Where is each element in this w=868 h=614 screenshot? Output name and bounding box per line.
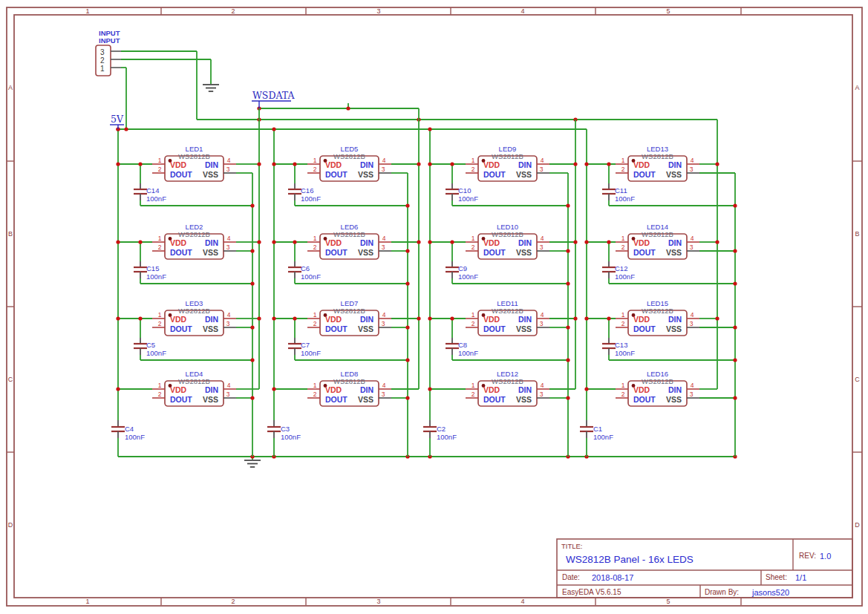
component-led16[interactable]: LED16WS2812B1243VDDDOUTDINVSS: [621, 370, 694, 406]
pin-name-din: DIN: [205, 238, 218, 247]
component-led1[interactable]: LED1WS2812B1243VDDDOUTDINVSS: [158, 145, 231, 181]
pin-number: 2: [313, 320, 317, 327]
pin-name-vss: VSS: [666, 170, 682, 179]
capacitor[interactable]: C11100nF: [602, 183, 635, 203]
pin-number: 4: [541, 157, 544, 164]
capacitor[interactable]: C12100nF: [602, 261, 635, 281]
input-connector[interactable]: INPUT INPUT 3 2 1: [96, 29, 121, 76]
component-led3[interactable]: LED3WS2812B1243VDDDOUTDINVSS: [158, 299, 231, 336]
junction-dot: [116, 240, 120, 244]
component-led12[interactable]: LED12WS2812B1243VDDDOUTDINVSS: [471, 370, 544, 406]
schematic-title: WS2812B Panel - 16x LEDS: [566, 554, 694, 565]
pin-number: 3: [226, 391, 230, 398]
pin-number: 2: [158, 391, 162, 398]
drawn-by-value: jasons520: [751, 588, 789, 597]
junction-dot: [584, 240, 588, 244]
schematic-canvas[interactable]: 1122334455AABBCCDD C4100nFC14100nFLED1WS…: [0, 0, 868, 614]
net-label-5v[interactable]: 5V: [110, 114, 124, 129]
pin-name-vss: VSS: [516, 248, 532, 257]
pin-number: 2: [158, 320, 162, 327]
pin-name-din: DIN: [360, 315, 373, 324]
pin-number: 1: [471, 235, 475, 242]
capacitor[interactable]: C1100nF: [580, 420, 613, 441]
capacitor-value: 100nF: [146, 195, 166, 203]
junction-dot: [573, 316, 577, 320]
capacitor-ref: C13: [615, 341, 627, 349]
component-led7[interactable]: LED7WS2812B1243VDDDOUTDINVSS: [313, 299, 386, 336]
pin-name-vdd: VDD: [325, 238, 342, 247]
ground-symbol[interactable]: [244, 460, 261, 467]
date-value: 2018-08-17: [592, 573, 633, 582]
connector-pin-2: 2: [100, 56, 105, 65]
capacitor[interactable]: C7100nF: [288, 338, 321, 357]
pin-number: 2: [471, 391, 475, 398]
pin-name-din: DIN: [668, 385, 682, 394]
junction-dot: [607, 240, 610, 244]
pin-name-vss: VSS: [358, 248, 373, 257]
pin-name-vdd: VDD: [170, 238, 187, 247]
pin-number: 1: [158, 311, 162, 319]
capacitor[interactable]: C2100nF: [423, 420, 457, 441]
component-part: WS2812B: [333, 377, 365, 385]
junction-dot: [733, 396, 737, 399]
junction-dot: [733, 203, 737, 207]
pin-name-din: DIN: [360, 160, 373, 169]
pin-number: 2: [471, 320, 475, 327]
component-part: WS2812B: [178, 307, 210, 315]
tool-version: EasyEDA V5.6.15: [562, 588, 621, 596]
component-led5[interactable]: LED5WS2812B1243VDDDOUTDINVSS: [313, 145, 386, 181]
capacitor[interactable]: C4100nF: [111, 420, 145, 441]
capacitor-ref: C7: [301, 341, 310, 349]
capacitor-ref: C10: [458, 186, 471, 195]
capacitor[interactable]: C16100nF: [288, 183, 321, 203]
ground-symbol[interactable]: [203, 85, 219, 91]
pin-name-din: DIN: [360, 385, 373, 394]
pin-name-vss: VSS: [516, 170, 532, 179]
component-led13[interactable]: LED13WS2812B1243VDDDOUTDINVSS: [621, 145, 694, 181]
component-led15[interactable]: LED15WS2812B1243VDDDOUTDINVSS: [621, 299, 694, 336]
pin-name-din: DIN: [360, 238, 373, 247]
capacitor[interactable]: C6100nF: [288, 261, 321, 281]
junction-dot: [428, 162, 431, 166]
component-led9[interactable]: LED9WS2812B1243VDDDOUTDINVSS: [471, 145, 544, 181]
capacitor[interactable]: C9100nF: [446, 261, 478, 281]
component-led14[interactable]: LED14WS2812B1243VDDDOUTDINVSS: [621, 223, 694, 259]
junction-dot: [566, 281, 570, 285]
pin-number: 1: [158, 382, 162, 389]
junction-dot: [428, 127, 431, 131]
component-part: WS2812B: [178, 230, 210, 238]
pin-name-din: DIN: [205, 160, 218, 169]
ruler-label-bottom: 1: [85, 598, 89, 605]
pin-number: 3: [540, 391, 544, 398]
component-led4[interactable]: LED4WS2812B1243VDDDOUTDINVSS: [158, 370, 231, 406]
junction-dot: [116, 162, 120, 166]
sheet-label: Sheet:: [766, 573, 787, 581]
date-label: Date:: [562, 573, 580, 581]
pin-number: 1: [471, 157, 475, 164]
pin-name-dout: DOUT: [170, 395, 192, 404]
pin-number: 1: [471, 382, 475, 389]
junction-dot: [715, 316, 719, 320]
capacitor[interactable]: C10100nF: [446, 183, 478, 203]
net-label-text: 5V: [111, 114, 124, 125]
capacitor[interactable]: C5100nF: [134, 338, 166, 357]
junction-dot: [257, 316, 261, 320]
pin-name-din: DIN: [205, 385, 218, 394]
ruler-label-left: C: [8, 376, 13, 383]
ruler-label-top: 2: [231, 7, 235, 15]
pin-number: 3: [540, 320, 544, 327]
component-part: WS2812B: [178, 152, 210, 160]
capacitor[interactable]: C8100nF: [446, 338, 478, 357]
component-led8[interactable]: LED8WS2812B1243VDDDOUTDINVSS: [313, 370, 386, 406]
junction-dot: [116, 387, 120, 391]
component-led6[interactable]: LED6WS2812B1243VDDDOUTDINVSS: [313, 223, 386, 259]
component-led2[interactable]: LED2WS2812B1243VDDDOUTDINVSS: [158, 223, 231, 259]
capacitor[interactable]: C15100nF: [134, 261, 166, 281]
ruler-label-left: D: [8, 521, 13, 529]
capacitor[interactable]: C13100nF: [602, 338, 635, 357]
capacitor[interactable]: C14100nF: [134, 183, 166, 203]
capacitor[interactable]: C3100nF: [267, 420, 301, 441]
component-led10[interactable]: LED10WS2812B1243VDDDOUTDINVSS: [471, 223, 544, 259]
net-label-wsdata[interactable]: WSDATA: [252, 90, 295, 108]
component-led11[interactable]: LED11WS2812B1243VDDDOUTDINVSS: [471, 299, 544, 336]
